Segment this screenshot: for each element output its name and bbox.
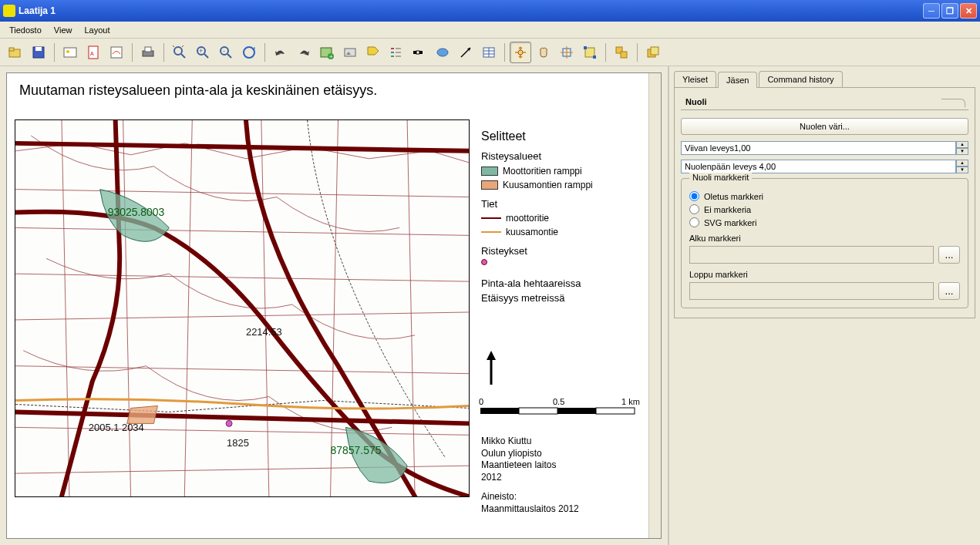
svg-point-41 bbox=[518, 50, 523, 55]
properties-panel: Yleiset Jäsen Command history Nuoli Nuol… bbox=[668, 66, 980, 545]
maximize-button[interactable]: ❐ bbox=[941, 3, 958, 19]
svg-rect-55 bbox=[519, 408, 557, 414]
start-marker-input bbox=[689, 246, 934, 264]
redo-icon[interactable] bbox=[293, 42, 315, 63]
pan-map-icon[interactable] bbox=[533, 42, 554, 63]
arrow-color-button[interactable]: Nuolen väri... bbox=[681, 118, 968, 135]
layout-canvas[interactable]: Muutaman risteysalueen pinta-ala ja kesk… bbox=[0, 66, 668, 545]
svg-icon[interactable] bbox=[106, 42, 127, 63]
scale-label: 1 km bbox=[621, 397, 640, 406]
open-icon[interactable] bbox=[5, 42, 26, 63]
svg-rect-3 bbox=[35, 47, 42, 51]
legend-group: Tiet bbox=[481, 197, 593, 212]
titlebar: Laatija 1 ─ ❐ ✕ bbox=[0, 0, 980, 22]
svg-line-17 bbox=[227, 54, 231, 58]
svg-point-19 bbox=[244, 47, 254, 58]
add-shape-icon[interactable] bbox=[432, 42, 453, 63]
print-icon[interactable] bbox=[137, 42, 159, 63]
zoom-out-icon[interactable]: - bbox=[215, 42, 237, 63]
svg-rect-31 bbox=[413, 51, 416, 54]
head-width-input[interactable] bbox=[681, 160, 956, 173]
legend: Selitteet Risteysalueet Moottoritien ram… bbox=[481, 127, 593, 306]
svg-rect-10 bbox=[145, 47, 151, 52]
svg-text:+: + bbox=[329, 53, 333, 60]
raise-icon[interactable] bbox=[642, 42, 664, 63]
map-label: 87857.575 bbox=[331, 444, 382, 456]
map-label: 93025.8003 bbox=[108, 206, 165, 218]
menu-file[interactable]: Tiedosto bbox=[3, 24, 48, 36]
zoom-in-icon[interactable]: + bbox=[192, 42, 214, 63]
start-marker-browse[interactable]: ... bbox=[938, 246, 960, 264]
radio-no-marker[interactable]: Ei markkeria bbox=[689, 204, 960, 214]
undo-icon[interactable] bbox=[270, 42, 291, 63]
image-icon[interactable] bbox=[59, 42, 81, 63]
legend-group: Risteysalueet bbox=[481, 149, 593, 164]
svg-text:+: + bbox=[199, 47, 203, 55]
add-arrow-icon[interactable] bbox=[455, 42, 477, 63]
add-table-icon[interactable] bbox=[478, 42, 500, 63]
markers-legend: Nuoli markkerit bbox=[689, 173, 752, 182]
map-label: 1825 bbox=[227, 437, 249, 449]
tab-history[interactable]: Command history bbox=[759, 71, 842, 87]
minimize-button[interactable]: ─ bbox=[923, 3, 940, 19]
svg-rect-26 bbox=[391, 52, 394, 53]
group-icon[interactable] bbox=[611, 42, 632, 63]
svg-line-14 bbox=[204, 54, 208, 58]
legend-title: Selitteet bbox=[481, 127, 593, 146]
svg-line-12 bbox=[181, 54, 185, 58]
close-button[interactable]: ✕ bbox=[960, 3, 977, 19]
menubar: Tiedosto View Layout bbox=[0, 22, 980, 39]
svg-rect-4 bbox=[64, 48, 76, 57]
scale-label: 0 bbox=[479, 397, 483, 406]
zoom-full-icon[interactable] bbox=[169, 42, 190, 63]
app-icon bbox=[3, 5, 15, 17]
map-frame[interactable]: 93025.8003 2214.53 2005.1 2034 1825 8785… bbox=[15, 119, 470, 497]
add-scalebar-icon[interactable] bbox=[409, 42, 430, 63]
legend-note: Etäisyys metreissä bbox=[481, 291, 593, 306]
paper: Muutaman risteysalueen pinta-ala ja kesk… bbox=[6, 72, 662, 539]
north-arrow bbox=[483, 351, 499, 388]
pan-layout-icon[interactable] bbox=[510, 42, 531, 63]
end-marker-input bbox=[689, 282, 934, 300]
page-title: Muutaman risteysalueen pinta-ala ja kesk… bbox=[19, 82, 377, 99]
svg-text:A: A bbox=[90, 51, 94, 56]
svg-rect-56 bbox=[557, 408, 596, 414]
radio-default-marker[interactable]: Oletus markkeri bbox=[689, 191, 960, 201]
refresh-icon[interactable] bbox=[238, 42, 260, 63]
menu-layout[interactable]: Layout bbox=[78, 24, 116, 36]
legend-item: Kuusamontien ramppi bbox=[503, 178, 593, 192]
tab-general[interactable]: Yleiset bbox=[674, 71, 716, 87]
line-width-input[interactable] bbox=[681, 141, 956, 155]
svg-rect-54 bbox=[480, 408, 519, 414]
scale-label: 0.5 bbox=[553, 397, 564, 406]
legend-item: moottoritie bbox=[506, 211, 549, 225]
spin-up[interactable]: ▲ bbox=[956, 141, 968, 148]
add-legend-icon[interactable] bbox=[386, 42, 407, 63]
svg-rect-47 bbox=[621, 52, 627, 58]
save-icon[interactable] bbox=[28, 42, 49, 63]
scalebar: 0 0.5 1 km bbox=[479, 397, 645, 422]
legend-item: Moottoritien ramppi bbox=[503, 164, 582, 178]
spin-up[interactable]: ▲ bbox=[956, 160, 968, 167]
legend-item: kuusamontie bbox=[506, 225, 558, 239]
add-image-icon[interactable] bbox=[339, 42, 361, 63]
move-item-icon[interactable] bbox=[556, 42, 578, 63]
menu-view[interactable]: View bbox=[48, 24, 79, 36]
svg-text:-: - bbox=[223, 47, 225, 55]
end-marker-browse[interactable]: ... bbox=[938, 282, 960, 300]
tab-item[interactable]: Jäsen bbox=[718, 72, 757, 88]
pdf-icon[interactable]: A bbox=[83, 42, 104, 63]
add-map-icon[interactable]: + bbox=[316, 42, 338, 63]
radio-svg-marker[interactable]: SVG markkeri bbox=[689, 217, 960, 227]
map-label: 2214.53 bbox=[246, 326, 282, 338]
svg-point-51 bbox=[226, 420, 232, 426]
svg-rect-49 bbox=[651, 47, 658, 55]
legend-note: Pinta-ala hehtaareissa bbox=[481, 276, 593, 291]
spin-down[interactable]: ▼ bbox=[956, 148, 968, 155]
add-label-icon[interactable] bbox=[362, 42, 384, 63]
scrollbar-vertical[interactable] bbox=[648, 73, 661, 538]
spin-down[interactable]: ▼ bbox=[956, 167, 968, 173]
credits: Mikko Kiuttu Oulun yliopisto Maantieteen… bbox=[481, 436, 579, 516]
select-item-icon[interactable] bbox=[579, 42, 601, 63]
window-title: Laatija 1 bbox=[19, 5, 923, 16]
